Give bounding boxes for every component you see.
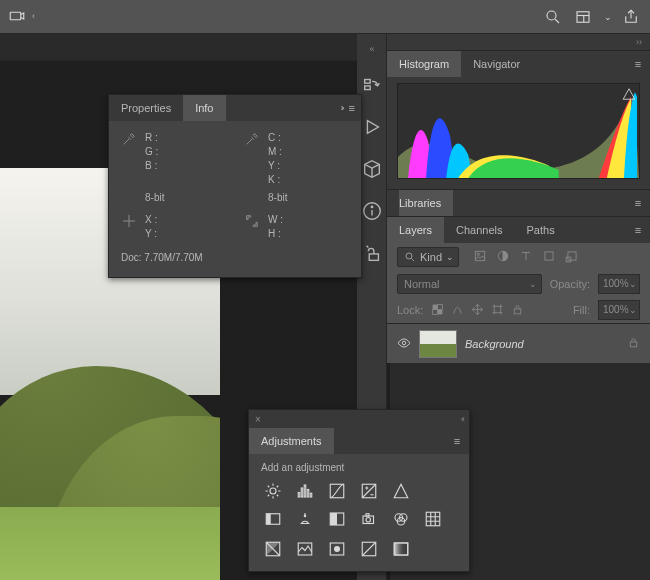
crosshair-icon [121,213,137,229]
tab-histogram[interactable]: Histogram [387,51,461,77]
right-panel-column: ›› Histogram Navigator ≡ [387,34,650,363]
color-lookup-icon[interactable] [421,509,445,529]
panel-menu-icon[interactable]: ≡ [626,197,650,209]
color-balance-icon[interactable] [293,509,317,529]
tab-paths[interactable]: Paths [515,217,567,243]
svg-rect-33 [298,493,300,498]
eyedropper-icon [121,131,137,147]
tab-navigator[interactable]: Navigator [461,51,532,77]
svg-rect-19 [545,251,553,259]
options-chevron[interactable]: ‹ [32,11,33,21]
workspace-chevron[interactable]: ⌄ [604,12,610,22]
cache-warning-icon[interactable] [622,87,636,101]
invert-icon[interactable] [261,539,285,559]
layer-kind-filter[interactable]: Kind ⌄ [397,247,459,267]
lock-icon[interactable] [627,336,640,351]
clone-source-panel-icon[interactable] [361,242,383,264]
svg-rect-47 [366,514,369,516]
svg-rect-51 [426,512,440,526]
adjustments-hint: Add an adjustment [261,462,457,473]
blend-mode-value: Normal [404,275,439,293]
vibrance-icon[interactable] [389,481,413,501]
svg-rect-20 [568,251,576,259]
svg-rect-3 [577,11,589,22]
hue-saturation-icon[interactable] [261,509,285,529]
brightness-contrast-icon[interactable] [261,481,285,501]
selective-color-icon[interactable] [357,539,381,559]
curves-icon[interactable] [325,481,349,501]
panel-menu-icon[interactable]: ≡ [349,102,355,114]
tab-adjustments[interactable]: Adjustments [249,428,334,454]
histogram-panel: Histogram Navigator ≡ [387,50,650,189]
tab-properties[interactable]: Properties [109,95,183,121]
info-xy-readout: X : Y : [121,213,226,240]
svg-point-32 [270,488,276,494]
tab-layers[interactable]: Layers [387,217,444,243]
tab-info[interactable]: Info [183,95,225,121]
camera-icon [8,7,26,25]
collapse-panel-chevrons[interactable]: ‹‹ [461,414,463,424]
svg-rect-37 [310,493,312,497]
filter-pixel-icon[interactable] [473,249,487,266]
fill-input[interactable]: 100%⌄ [598,300,640,320]
column-expand-chevrons[interactable]: ›› [387,34,650,50]
bit-depth-2: 8-bit [244,190,349,209]
history-panel-icon[interactable] [361,74,383,96]
info-panel-icon[interactable] [361,200,383,222]
filter-smart-icon[interactable] [565,249,579,266]
opacity-input[interactable]: 100%⌄ [598,274,640,294]
3d-panel-icon[interactable] [361,158,383,180]
svg-rect-34 [301,488,303,497]
info-rgb-readout: R : G : B : [121,131,226,186]
panel-menu-icon[interactable]: ≡ [626,224,650,236]
visibility-toggle-icon[interactable] [397,336,411,352]
filter-adjust-icon[interactable] [496,249,510,266]
filter-shape-icon[interactable] [542,249,556,266]
threshold-icon[interactable] [325,539,349,559]
levels-icon[interactable] [293,481,317,501]
lock-all-icon[interactable] [511,303,524,318]
options-left: ‹ [8,7,33,25]
adjustments-panel: × ‹‹ Adjustments ≡ Add an adjustment [248,409,470,572]
exposure-icon[interactable] [357,481,381,501]
layer-thumbnail[interactable] [419,330,457,358]
libraries-panel: Libraries ≡ [387,189,650,216]
svg-rect-24 [438,304,443,309]
svg-rect-7 [364,86,370,90]
svg-line-15 [412,259,415,262]
share-icon[interactable] [622,8,640,26]
collapse-panel-chevrons[interactable]: ›› [341,103,343,113]
svg-rect-6 [364,80,370,84]
svg-rect-11 [369,254,378,260]
panel-menu-icon[interactable]: ≡ [445,435,469,447]
svg-rect-58 [394,543,408,555]
black-white-icon[interactable] [325,509,349,529]
lock-transparency-icon[interactable] [431,303,444,318]
gradient-map-icon[interactable] [389,539,413,559]
layer-name[interactable]: Background [465,338,619,350]
search-icon[interactable] [544,8,562,26]
eyedropper-icon [244,131,260,147]
workspace-menu-icon[interactable] [574,8,592,26]
tab-libraries[interactable]: Libraries [399,190,453,216]
filter-type-icon[interactable] [519,249,533,266]
blend-mode-dropdown[interactable]: Normal⌄ [397,274,542,294]
collapse-chevrons[interactable]: ‹‹ [370,44,374,54]
channel-mixer-icon[interactable] [389,509,413,529]
lock-artboard-icon[interactable] [491,303,504,318]
actions-panel-icon[interactable] [361,116,383,138]
tab-channels[interactable]: Channels [444,217,514,243]
panel-menu-icon[interactable]: ≡ [626,58,650,70]
svg-rect-27 [515,308,522,313]
svg-point-55 [334,546,340,552]
svg-rect-36 [307,490,309,498]
svg-rect-44 [330,513,337,525]
layer-row-background[interactable]: Background [387,323,650,363]
close-icon[interactable]: × [255,414,261,425]
posterize-icon[interactable] [293,539,317,559]
histogram-graph[interactable] [397,83,640,179]
lock-position-icon[interactable] [471,303,484,318]
lock-image-icon[interactable] [451,303,464,318]
svg-point-1 [547,11,556,20]
photo-filter-icon[interactable] [357,509,381,529]
